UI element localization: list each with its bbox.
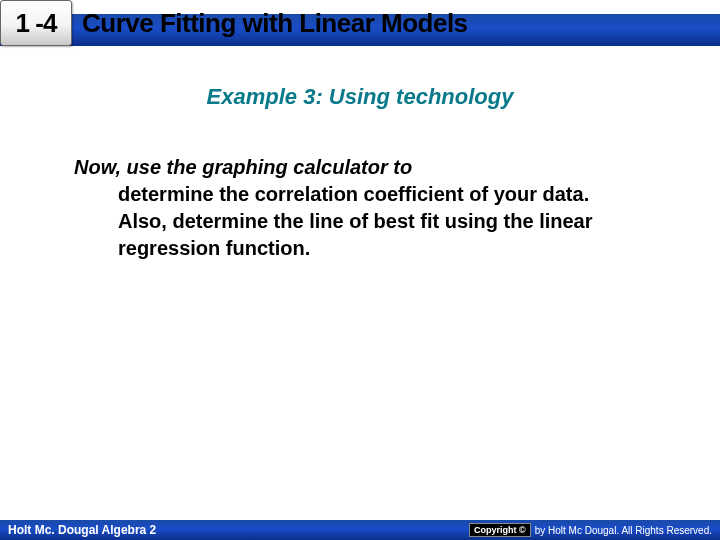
body-rest: determine the correlation coefficient of… bbox=[74, 181, 630, 262]
copyright-badge: Copyright © bbox=[469, 523, 531, 537]
footer-textbook: Holt Mc. Dougal Algebra 2 bbox=[8, 523, 156, 537]
section-number-badge: 1 -4 bbox=[0, 0, 72, 46]
slide: 1 -4 Curve Fitting with Linear Models Ex… bbox=[0, 0, 720, 540]
body-text: Now, use the graphing calculator to dete… bbox=[74, 154, 630, 262]
example-subtitle: Example 3: Using technology bbox=[0, 84, 720, 110]
section-number: 1 -4 bbox=[16, 8, 57, 39]
header: 1 -4 Curve Fitting with Linear Models bbox=[0, 0, 720, 54]
page-title: Curve Fitting with Linear Models bbox=[82, 8, 468, 39]
footer-copyright: Copyright © by Holt Mc Dougal. All Right… bbox=[469, 523, 712, 537]
footer: Holt Mc. Dougal Algebra 2 Copyright © by… bbox=[0, 520, 720, 540]
copyright-text: by Holt Mc Dougal. All Rights Reserved. bbox=[535, 525, 712, 536]
body-first-line: Now, use the graphing calculator to bbox=[74, 154, 630, 181]
